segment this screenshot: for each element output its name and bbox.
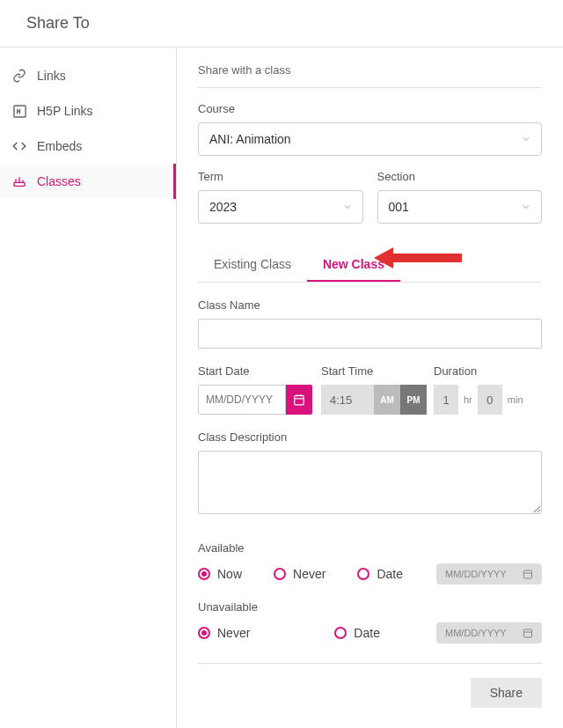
class-tabs: Existing Class New Class xyxy=(198,248,542,283)
start-time-label: Start Time xyxy=(321,364,427,378)
radio-label: Now xyxy=(217,567,242,581)
calendar-icon xyxy=(293,393,305,406)
calendar-icon xyxy=(523,628,533,638)
radio-label: Never xyxy=(217,626,250,640)
svg-rect-8 xyxy=(524,629,532,637)
svg-rect-2 xyxy=(295,395,304,405)
term-label: Term xyxy=(198,170,363,183)
svg-rect-6 xyxy=(524,570,532,578)
tab-existing-class[interactable]: Existing Class xyxy=(198,248,307,282)
sidebar-item-classes[interactable]: Classes xyxy=(0,164,176,199)
sidebar-item-h5p-links[interactable]: H5P Links xyxy=(0,93,176,129)
class-description-input[interactable] xyxy=(198,451,542,514)
sidebar-item-label: H5P Links xyxy=(37,104,93,118)
duration-min-input[interactable] xyxy=(478,385,502,415)
start-date-label: Start Date xyxy=(198,364,314,378)
duration-label: Duration xyxy=(434,364,529,378)
sidebar-item-label: Embeds xyxy=(37,139,82,153)
main-panel: Share with a class Course ANI: Animation… xyxy=(176,48,563,728)
start-time-input[interactable] xyxy=(321,385,374,415)
tab-new-class[interactable]: New Class xyxy=(307,248,400,282)
available-now-radio[interactable]: Now xyxy=(198,567,242,581)
radio-label: Date xyxy=(354,626,380,640)
course-select[interactable]: ANI: Animation xyxy=(198,122,542,156)
available-never-radio[interactable]: Never xyxy=(274,567,325,581)
available-label: Available xyxy=(198,541,542,555)
class-name-input[interactable] xyxy=(198,319,542,349)
hr-label: hr xyxy=(458,385,478,415)
min-label: min xyxy=(502,385,529,415)
sidebar: Links H5P Links Embeds Classes xyxy=(0,48,176,728)
pm-button[interactable]: PM xyxy=(400,385,427,415)
radio-icon xyxy=(198,568,210,580)
section-label: Section xyxy=(377,170,543,183)
link-icon xyxy=(12,69,26,83)
svg-rect-1 xyxy=(14,182,25,186)
date-placeholder: MM/DD/YYYY xyxy=(445,569,507,579)
radio-icon xyxy=(198,627,210,639)
sidebar-item-label: Links xyxy=(37,69,66,83)
radio-label: Never xyxy=(293,567,325,581)
unavailable-date-radio[interactable]: Date xyxy=(334,626,380,640)
section-select[interactable]: 001 xyxy=(377,190,543,224)
radio-icon xyxy=(357,568,369,580)
divider xyxy=(198,663,542,664)
unavailable-label: Unavailable xyxy=(198,600,542,614)
start-date-input[interactable] xyxy=(198,385,286,415)
h5p-icon xyxy=(12,104,26,118)
duration-hr-input[interactable] xyxy=(434,385,458,415)
calendar-icon xyxy=(523,569,533,579)
available-date-radio[interactable]: Date xyxy=(357,567,403,581)
course-label: Course xyxy=(198,102,542,115)
classes-icon xyxy=(12,174,26,188)
unavailable-date-picker[interactable]: MM/DD/YYYY xyxy=(436,622,542,643)
term-select[interactable]: 2023 xyxy=(198,190,363,224)
radio-icon xyxy=(274,568,286,580)
radio-icon xyxy=(334,627,347,639)
share-button[interactable]: Share xyxy=(471,678,542,708)
date-placeholder: MM/DD/YYYY xyxy=(445,628,507,638)
available-date-picker[interactable]: MM/DD/YYYY xyxy=(436,563,542,585)
page-title: Share To xyxy=(0,0,563,47)
sidebar-item-label: Classes xyxy=(37,174,81,188)
radio-label: Date xyxy=(377,567,403,581)
class-name-label: Class Name xyxy=(198,298,542,312)
unavailable-never-radio[interactable]: Never xyxy=(198,626,250,640)
section-title: Share with a class xyxy=(198,63,542,88)
am-button[interactable]: AM xyxy=(374,385,400,415)
sidebar-item-links[interactable]: Links xyxy=(0,58,176,93)
class-description-label: Class Description xyxy=(198,430,542,444)
sidebar-item-embeds[interactable]: Embeds xyxy=(0,129,176,164)
code-icon xyxy=(12,139,26,153)
calendar-button[interactable] xyxy=(286,385,312,415)
